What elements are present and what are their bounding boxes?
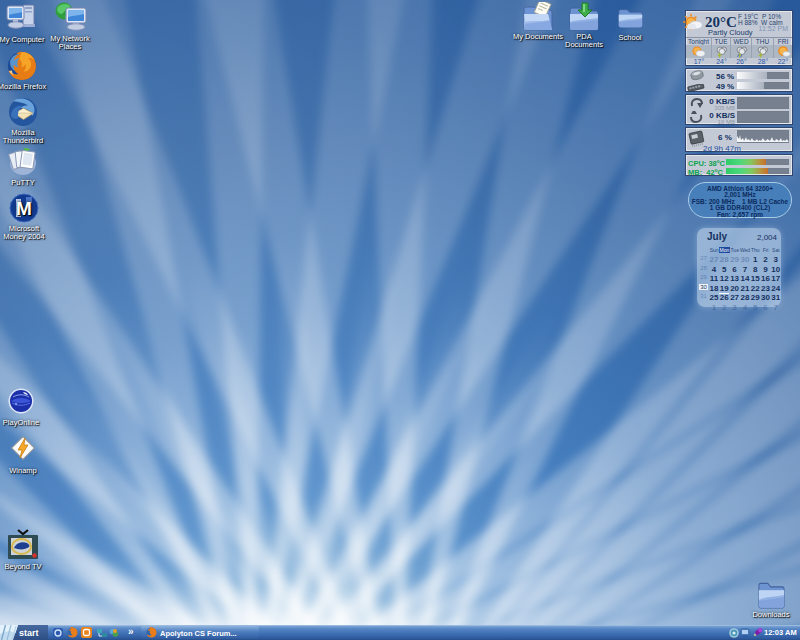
svg-text:M: M	[16, 198, 32, 219]
